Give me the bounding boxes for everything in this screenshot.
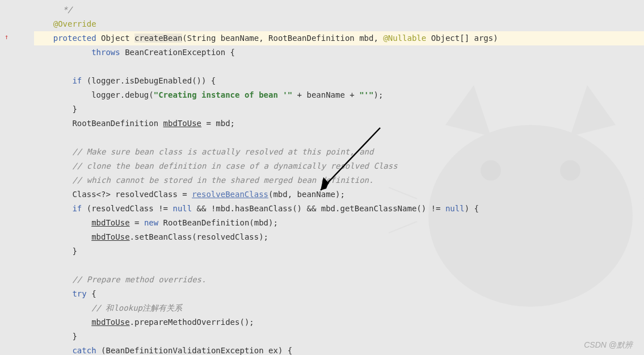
code-text: = xyxy=(130,218,144,227)
code-text: ) { xyxy=(465,204,479,213)
code-line[interactable]: mbdToUse.setBeanClass(resolvedClass); xyxy=(34,230,644,244)
code-line-empty[interactable] xyxy=(34,258,644,273)
keyword: null xyxy=(172,204,192,213)
code-text: { xyxy=(87,289,96,298)
code-text: logger.debug( xyxy=(91,90,154,99)
code-line[interactable]: } xyxy=(34,244,644,258)
keyword: if xyxy=(72,76,82,85)
code-line[interactable]: // 和lookup注解有关系 xyxy=(34,301,644,315)
code-line-empty[interactable] xyxy=(34,60,644,74)
code-line[interactable]: } xyxy=(34,102,644,116)
code-line[interactable]: try { xyxy=(34,287,644,301)
string-literal: "Creating instance of bean '" xyxy=(154,90,292,99)
method-name: createBean xyxy=(134,34,182,43)
code-line[interactable]: // Prepare method overrides. xyxy=(34,273,644,287)
code-area[interactable]: */ @Override protected Object createBean… xyxy=(34,0,644,355)
comment-text: // which cannot be stored in the shared … xyxy=(72,176,373,185)
code-line[interactable]: if (resolvedClass != null && !mbd.hasBea… xyxy=(34,202,644,216)
comment-text: // Make sure bean class is actually reso… xyxy=(72,147,373,156)
code-line[interactable]: catch (BeanDefinitionValidationException… xyxy=(34,344,644,355)
code-text: + beanName + xyxy=(292,90,359,99)
watermark: CSDN @默辨 xyxy=(584,340,633,350)
code-line[interactable]: */ xyxy=(34,3,644,17)
code-line[interactable]: mbdToUse.prepareMethodOverrides(); xyxy=(34,315,644,329)
gutter: ↑ xyxy=(0,0,34,355)
keyword: null xyxy=(445,204,465,213)
code-text: .setBeanClass(resolvedClass); xyxy=(130,232,268,241)
keyword: if xyxy=(72,204,82,213)
code-line-highlighted[interactable]: protected Object createBean(String beanN… xyxy=(34,31,644,45)
comment-text: // Prepare method overrides. xyxy=(72,275,206,284)
keyword: throws xyxy=(91,48,120,57)
keyword: try xyxy=(72,289,86,298)
code-line[interactable]: RootBeanDefinition mbdToUse = mbd; xyxy=(34,116,644,131)
code-text: (String beanName, RootBeanDefinition mbd… xyxy=(182,34,383,43)
code-text: && !mbd.hasBeanClass() && mbd.getBeanCla… xyxy=(192,204,445,213)
code-text: RootBeanDefinition(mbd); xyxy=(158,218,278,227)
code-text: .prepareMethodOverrides(); xyxy=(130,318,254,327)
variable: mbdToUse xyxy=(163,119,201,128)
variable: mbdToUse xyxy=(91,318,129,327)
code-line[interactable]: // Make sure bean class is actually reso… xyxy=(34,145,644,159)
code-line[interactable]: logger.debug("Creating instance of bean … xyxy=(34,88,644,102)
code-text: Object[] args) xyxy=(426,34,498,43)
brace: } xyxy=(72,332,77,341)
code-text: ); xyxy=(373,90,383,99)
string-literal: "'" xyxy=(359,90,373,99)
keyword: protected xyxy=(53,34,96,43)
code-text: RootBeanDefinition xyxy=(72,119,163,128)
code-line[interactable]: } xyxy=(34,329,644,344)
code-text: (mbd, beanName); xyxy=(268,190,345,199)
brace: } xyxy=(72,247,77,256)
code-line[interactable]: mbdToUse = new RootBeanDefinition(mbd); xyxy=(34,216,644,230)
keyword: new xyxy=(144,218,158,227)
code-text: (logger.isDebugEnabled()) { xyxy=(82,76,216,85)
method-link[interactable]: resolveBeanClass xyxy=(192,190,268,199)
code-text: BeanCreationException { xyxy=(120,48,235,57)
variable: mbdToUse xyxy=(91,232,129,241)
comment-text: */ xyxy=(63,5,73,14)
comment-text: // 和lookup注解有关系 xyxy=(91,303,182,312)
annotation-text: @Nullable xyxy=(383,34,426,43)
editor-container: ↑ */ @Override protected Object createBe… xyxy=(0,0,644,355)
comment-text: // clone the bean definition in case of … xyxy=(72,161,397,170)
code-line[interactable]: // clone the bean definition in case of … xyxy=(34,159,644,173)
code-line[interactable]: throws BeanCreationException { xyxy=(34,45,644,60)
code-line[interactable]: // which cannot be stored in the shared … xyxy=(34,173,644,187)
code-text: (resolvedClass != xyxy=(82,204,172,213)
code-line[interactable]: if (logger.isDebugEnabled()) { xyxy=(34,74,644,88)
code-line[interactable]: @Override xyxy=(34,17,644,31)
variable: mbdToUse xyxy=(91,218,129,227)
code-text: (BeanDefinitionValidationException ex) { xyxy=(96,346,293,355)
code-text: Object xyxy=(101,34,134,43)
code-line[interactable]: Class<?> resolvedClass = resolveBeanClas… xyxy=(34,187,644,202)
gutter-change-marker[interactable]: ↑ xyxy=(5,33,9,41)
code-text: Class<?> resolvedClass = xyxy=(72,190,192,199)
code-line-empty[interactable] xyxy=(34,131,644,145)
annotation-text: @Override xyxy=(53,19,96,28)
keyword: catch xyxy=(72,346,96,355)
code-text: = mbd; xyxy=(201,119,235,128)
brace: } xyxy=(72,105,77,114)
